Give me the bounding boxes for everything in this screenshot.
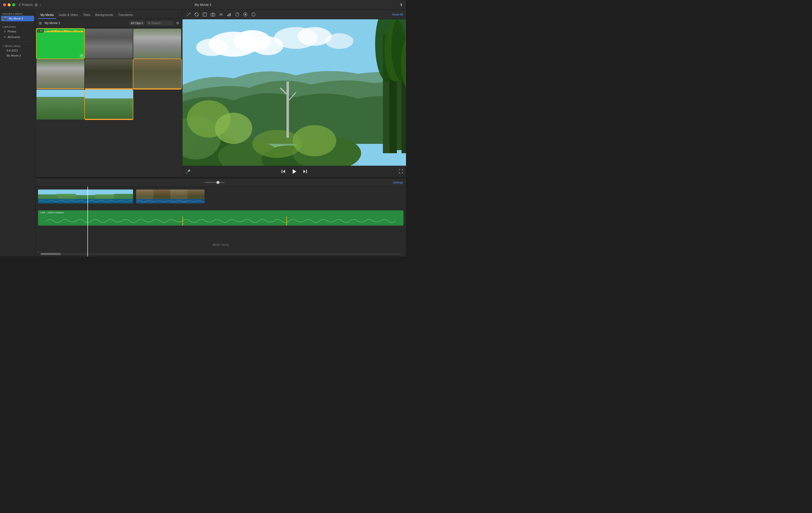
title-bar-actions: ⬆ (400, 3, 403, 7)
date-label: 9-6-2022 (7, 49, 18, 52)
color-wheel-button[interactable] (194, 11, 200, 18)
skip-back-button[interactable] (281, 169, 286, 174)
search-input[interactable] (151, 22, 172, 25)
svg-point-0 (148, 22, 150, 24)
share-icon[interactable]: ⬆ (400, 3, 403, 7)
timeline-settings-button[interactable]: Settings (393, 181, 403, 184)
crop-button[interactable] (202, 11, 208, 18)
search-box (146, 21, 174, 25)
zoom-thumb[interactable] (216, 181, 220, 184)
chart-button[interactable] (226, 11, 232, 18)
svg-line-2 (187, 13, 190, 16)
play-button[interactable] (291, 168, 297, 175)
clip-audio-bars-1 (44, 30, 83, 32)
clip-4-indicator (36, 88, 84, 89)
reset-all-button[interactable]: Reset All (392, 13, 403, 16)
sidebar-item-my-movie-3[interactable]: My Movie 3 (1, 53, 34, 58)
clip-add-button-1[interactable]: + (80, 54, 84, 58)
events-icon: ✦ (4, 35, 6, 39)
timeline-area: Settings (35, 178, 406, 256)
grid-view-button[interactable]: ⊞ (37, 20, 43, 26)
clip-4[interactable] (36, 59, 84, 89)
total-time: 01:51 (222, 243, 229, 246)
tab-transitions[interactable]: Transitions (116, 12, 135, 19)
search-icon (148, 22, 150, 24)
maximize-button[interactable] (12, 3, 15, 6)
magic-wand-button[interactable] (185, 11, 192, 18)
clip-5[interactable] (85, 59, 133, 89)
clip-8-indicator (85, 119, 133, 119)
window-title: My Movie 2 (195, 3, 211, 7)
timeline-clip-1[interactable] (38, 190, 133, 204)
photos-label: Photos (8, 30, 16, 33)
clip-5-indicator (85, 88, 133, 89)
tab-my-media[interactable]: My Media (38, 12, 56, 19)
music-track: 1.8m – Oishi's Antiques (38, 210, 403, 225)
project-media-label: PROJECT MEDIA (0, 12, 35, 16)
down-arrow-icon[interactable]: ↓ (39, 3, 41, 7)
svg-point-47 (293, 125, 336, 156)
sidebar-item-all-events[interactable]: ✦ All Events (1, 34, 34, 40)
clip-2[interactable] (85, 29, 133, 59)
clip-7[interactable] (36, 89, 84, 119)
fullscreen-button[interactable] (399, 169, 403, 174)
clip-6-indicator (133, 88, 181, 89)
svg-rect-15 (230, 13, 231, 16)
preview-toolbar: i Reset All (182, 10, 406, 19)
timeline-scrollbar[interactable] (40, 253, 401, 255)
timeline-header: Settings (35, 178, 406, 187)
sidebar-project-name: My Movie 2 (9, 17, 23, 20)
traffic-lights (3, 3, 15, 6)
speed-button[interactable] (234, 11, 240, 18)
clip-duration-1: 1.8m (37, 29, 44, 32)
audio-button[interactable] (218, 11, 224, 18)
preview-pane: i Reset All (182, 10, 406, 177)
tab-audio-video[interactable]: Audio & Video (56, 12, 81, 19)
skip-forward-button[interactable] (302, 169, 308, 174)
top-section: My Media Audio & Video Titles Background… (35, 10, 406, 178)
clip-8[interactable] (85, 89, 133, 119)
minimize-button[interactable] (8, 3, 11, 6)
svg-point-25 (196, 38, 227, 56)
svg-rect-51 (282, 170, 282, 173)
close-button[interactable] (3, 3, 6, 6)
sidebar-item-photos[interactable]: ⊙ Photos (1, 29, 34, 34)
grid-view-icon[interactable]: ⊞ (35, 3, 38, 7)
filter-button[interactable] (242, 11, 249, 18)
microphone-button[interactable]: 🎤 (185, 169, 191, 174)
clip-1[interactable]: 1.8m (36, 29, 84, 59)
imovie-library-group[interactable]: ▾ iMovie Library (0, 43, 35, 48)
svg-line-1 (150, 24, 150, 24)
zoom-control (204, 182, 225, 183)
photos-icon: ⊙ (4, 30, 6, 33)
clip-6[interactable] (133, 59, 181, 89)
back-label: Projects (22, 3, 33, 7)
music-track-label: 1.8m – Oishi's Antiques (40, 211, 64, 214)
timeline-clip-2[interactable] (136, 190, 205, 204)
info-button[interactable]: i (251, 11, 257, 18)
clip-3[interactable] (133, 29, 181, 59)
preview-image (182, 19, 406, 166)
video-preview (182, 19, 406, 166)
imovie-library-label: iMovie Library (5, 45, 21, 48)
scrollbar-thumb[interactable] (40, 253, 61, 255)
movie3-label: My Movie 3 (7, 54, 21, 57)
camera-button[interactable] (210, 11, 216, 18)
view-toggle-buttons: ⊞ ↓ (35, 3, 41, 7)
media-settings-button[interactable]: ⚙ (175, 21, 180, 26)
sidebar-item-date[interactable]: 9-6-2022 (1, 48, 34, 53)
svg-rect-8 (203, 13, 207, 16)
svg-point-6 (190, 14, 190, 15)
svg-point-28 (325, 33, 353, 49)
svg-point-18 (244, 14, 246, 15)
sidebar-item-my-movie-2[interactable]: 🎬 My Movie 2 (1, 16, 34, 21)
film-icon: 🎬 (4, 17, 7, 20)
back-projects-button[interactable]: Projects (19, 3, 33, 7)
clips-filter-dropdown[interactable]: All Clips ▾ (129, 21, 145, 25)
svg-rect-14 (229, 14, 229, 16)
zoom-slider[interactable] (204, 182, 225, 183)
tab-backgrounds[interactable]: Backgrounds (93, 12, 116, 19)
music-note-icon: ♪ (37, 250, 39, 253)
all-events-label: All Events (8, 35, 20, 38)
tab-titles[interactable]: Titles (81, 12, 93, 19)
